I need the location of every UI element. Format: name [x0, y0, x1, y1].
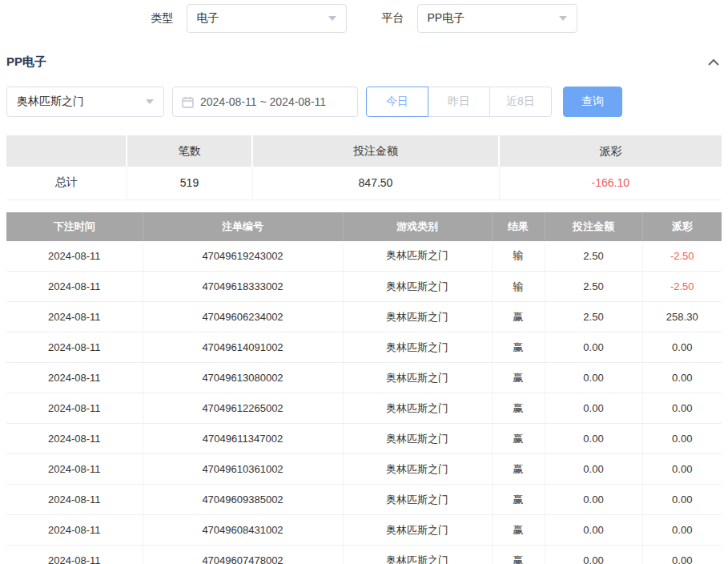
cell-result: 输 [492, 241, 545, 272]
cell-order-number: 47049606234002 [143, 302, 343, 332]
summary-bet-amount-value: 847.50 [252, 167, 499, 199]
type-select[interactable]: 电子 [187, 4, 347, 33]
table-row: 2024-08-1147049606234002奥林匹斯之门赢2.50258.3… [6, 302, 722, 332]
cell-game-category: 奥林匹斯之门 [343, 485, 492, 515]
cell-bet-amount: 0.00 [545, 332, 642, 363]
table-row: 2024-08-1147049610361002奥林匹斯之门赢0.000.00 [6, 454, 722, 485]
header-result: 结果 [492, 212, 545, 241]
cell-bet-amount: 0.00 [545, 515, 642, 546]
cell-payout: 0.00 [642, 515, 722, 546]
cell-payout: 0.00 [642, 546, 722, 564]
records-header-row: 下注时间 注单编号 游戏类别 结果 投注金额 派彩 [6, 212, 722, 241]
header-game-category: 游戏类别 [343, 212, 492, 241]
game-select[interactable]: 奥林匹斯之门 [6, 87, 164, 117]
cell-game-category: 奥林匹斯之门 [343, 332, 492, 363]
cell-bet-amount: 2.50 [545, 272, 642, 302]
summary-count-value: 519 [127, 167, 252, 199]
page: 类型 电子 平台 PP电子 PP电子 奥林匹斯之门 [0, 0, 728, 564]
table-row: 2024-08-1147049612265002奥林匹斯之门赢0.000.00 [6, 393, 722, 424]
cell-result: 赢 [492, 485, 545, 515]
summary-header-payout: 派彩 [499, 135, 722, 167]
type-filter: 类型 电子 [151, 4, 347, 33]
table-row: 2024-08-1147049607478002奥林匹斯之门赢0.000.00 [6, 546, 722, 564]
cell-game-category: 奥林匹斯之门 [343, 241, 492, 272]
header-payout: 派彩 [642, 212, 722, 241]
platform-select[interactable]: PP电子 [417, 4, 577, 33]
header-order-number: 注单编号 [143, 212, 343, 241]
header-bet-time: 下注时间 [6, 212, 143, 241]
cell-bet-amount: 0.00 [545, 454, 642, 485]
platform-select-value: PP电子 [428, 11, 465, 26]
cell-payout: 0.00 [642, 332, 722, 363]
cell-order-number: 47049619243002 [143, 241, 343, 272]
cell-order-number: 47049609385002 [143, 485, 343, 515]
cell-payout: 0.00 [642, 454, 722, 485]
records-table-body: 2024-08-1147049619243002奥林匹斯之门输2.50-2.50… [6, 241, 722, 564]
header-bet-amount: 投注金额 [545, 212, 642, 241]
cell-game-category: 奥林匹斯之门 [343, 454, 492, 485]
chevron-down-icon [328, 16, 336, 21]
cell-order-number: 47049610361002 [143, 454, 343, 485]
cell-bet-time: 2024-08-11 [6, 272, 143, 302]
cell-order-number: 47049612265002 [143, 393, 343, 424]
cell-payout: 0.00 [642, 485, 722, 515]
top-filter-bar: 类型 电子 平台 PP电子 [0, 0, 728, 33]
cell-bet-amount: 0.00 [545, 546, 642, 564]
cell-result: 输 [492, 272, 545, 302]
cell-bet-time: 2024-08-11 [6, 515, 143, 546]
table-row: 2024-08-1147049613080002奥林匹斯之门赢0.000.00 [6, 363, 722, 393]
cell-bet-time: 2024-08-11 [6, 485, 143, 515]
cell-order-number: 47049608431002 [143, 515, 343, 546]
cell-bet-time: 2024-08-11 [6, 241, 143, 272]
calendar-icon [182, 96, 194, 108]
date-shortcut-group: 今日 昨日 近8日 [366, 87, 552, 117]
game-select-value: 奥林匹斯之门 [17, 95, 84, 109]
query-button[interactable]: 查询 [563, 87, 622, 117]
table-row: 2024-08-1147049619243002奥林匹斯之门输2.50-2.50 [6, 241, 722, 272]
cell-bet-time: 2024-08-11 [6, 332, 143, 363]
cell-game-category: 奥林匹斯之门 [343, 546, 492, 564]
cell-order-number: 47049614091002 [143, 332, 343, 363]
yesterday-button[interactable]: 昨日 [428, 87, 490, 117]
cell-payout: 0.00 [642, 363, 722, 393]
cell-payout: 0.00 [642, 424, 722, 454]
summary-header-empty [6, 135, 127, 167]
cell-bet-time: 2024-08-11 [6, 424, 143, 454]
platform-filter: 平台 PP电子 [382, 4, 577, 33]
cell-bet-time: 2024-08-11 [6, 302, 143, 332]
date-range-value: 2024-08-11 ~ 2024-08-11 [200, 95, 326, 108]
section-title: PP电子 [6, 54, 46, 70]
cell-game-category: 奥林匹斯之门 [343, 302, 492, 332]
today-button[interactable]: 今日 [366, 87, 428, 117]
cell-order-number: 47049613080002 [143, 363, 343, 393]
summary-header-row: 笔数 投注金额 派彩 [6, 135, 722, 167]
date-range-picker[interactable]: 2024-08-11 ~ 2024-08-11 [172, 87, 358, 117]
cell-order-number: 47049618333002 [143, 272, 343, 302]
cell-result: 赢 [492, 363, 545, 393]
cell-bet-time: 2024-08-11 [6, 546, 143, 564]
table-row: 2024-08-1147049618333002奥林匹斯之门输2.50-2.50 [6, 272, 722, 302]
cell-bet-amount: 0.00 [545, 485, 642, 515]
last8days-button[interactable]: 近8日 [489, 87, 552, 117]
section-header: PP电子 [6, 54, 722, 70]
cell-result: 赢 [492, 424, 545, 454]
cell-bet-amount: 0.00 [545, 424, 642, 454]
cell-bet-time: 2024-08-11 [6, 393, 143, 424]
cell-payout: -2.50 [642, 241, 722, 272]
platform-label: 平台 [382, 11, 404, 26]
chevron-up-icon[interactable] [706, 57, 722, 68]
cell-result: 赢 [492, 515, 545, 546]
chevron-down-icon [559, 16, 567, 21]
summary-table: 笔数 投注金额 派彩 总计 519 847.50 -166.10 [6, 135, 722, 200]
cell-bet-amount: 2.50 [545, 302, 642, 332]
cell-payout: 258.30 [642, 302, 722, 332]
table-row: 2024-08-1147049608431002奥林匹斯之门赢0.000.00 [6, 515, 722, 546]
cell-result: 赢 [492, 302, 545, 332]
cell-game-category: 奥林匹斯之门 [343, 393, 492, 424]
type-select-value: 电子 [197, 11, 219, 26]
chevron-down-icon [146, 99, 154, 104]
cell-bet-time: 2024-08-11 [6, 363, 143, 393]
cell-result: 赢 [492, 454, 545, 485]
records-table: 下注时间 注单编号 游戏类别 结果 投注金额 派彩 2024-08-114704… [6, 212, 722, 564]
cell-order-number: 47049611347002 [143, 424, 343, 454]
